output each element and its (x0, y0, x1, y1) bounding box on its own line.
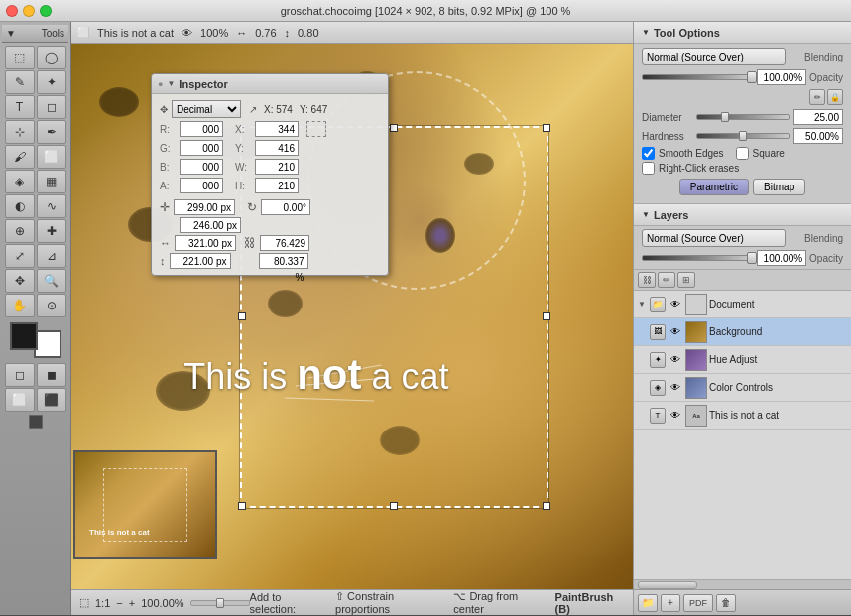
hardness-value[interactable]: 50.00% (793, 128, 843, 144)
inspector-close-btn[interactable]: ● (158, 79, 163, 89)
tool-pencil[interactable]: ✒ (37, 120, 66, 144)
layers-toolbar: ⛓ ✏ ⊞ (634, 269, 851, 291)
tool-row-7: ◐ ∿ (2, 194, 68, 218)
bitmap-btn[interactable]: Bitmap (753, 179, 805, 195)
background-color-swatch[interactable] (34, 330, 61, 358)
tool-dodge[interactable]: ◐ (5, 194, 35, 218)
brush-type-row: Parametric Bitmap (642, 179, 843, 195)
opacity-value[interactable]: 100.00% (757, 69, 806, 85)
handle-br[interactable] (543, 502, 550, 510)
hardness-slider[interactable] (696, 133, 790, 139)
inspector-triangle: ▼ (167, 79, 175, 88)
right-click-erases-check[interactable] (642, 162, 655, 175)
channel-lock[interactable]: 🔒 (827, 89, 843, 105)
scrollbar-thumb[interactable] (638, 581, 697, 589)
handle-bl[interactable] (238, 502, 246, 510)
tool-options-title: Tool Options (654, 27, 720, 39)
opacity-slider[interactable] (642, 74, 753, 80)
tool-quick-mask[interactable]: ◼ (37, 363, 66, 387)
window-title: groschat.chocoimg [1024 × 902, 8 bits, 0… (281, 5, 571, 17)
layers-opacity-slider[interactable] (642, 255, 753, 261)
canvas-status-bar: ⬚ 1:1 − + 100.00% Add to selection: ⇧ Co… (71, 589, 633, 615)
tool-eyedropper[interactable]: ✥ (5, 269, 35, 293)
handle-mr[interactable] (543, 312, 550, 320)
smooth-edges-check[interactable] (642, 147, 655, 160)
canvas-image[interactable]: This is not a cat ● ▼ Inspector ✥ (71, 44, 633, 589)
layer-vis-hue[interactable]: 👁 (668, 352, 683, 368)
transform-pos-row: ✛ 299.00 px ↻ 0.00° (160, 199, 380, 215)
layer-add-group-btn[interactable]: 📁 (638, 594, 658, 612)
tool-shape[interactable]: ◻ (37, 95, 66, 119)
tool-heal[interactable]: ✚ (37, 219, 66, 243)
layer-item-hue[interactable]: ✦ 👁 Hue Adjust (634, 346, 851, 374)
layer-item-background[interactable]: 🖼 👁 Background (634, 318, 851, 346)
layer-vis-bg[interactable]: 👁 (668, 324, 683, 340)
opacity-slider-container (642, 70, 753, 84)
diameter-thumb (721, 112, 729, 122)
tool-hand[interactable]: ✋ (5, 294, 35, 317)
tool-marquee-rect[interactable]: ⬚ (5, 46, 35, 69)
opacity-row: 100.00% Opacity (642, 69, 843, 85)
tool-measure[interactable]: ⊿ (37, 244, 66, 268)
handle-tr[interactable] (543, 124, 550, 132)
foreground-color-swatch[interactable] (10, 322, 38, 350)
blend-mode-select[interactable]: Normal (Source Over) (642, 48, 786, 65)
rotation: 0.00° (261, 199, 310, 215)
tool-eraser[interactable]: ⬜ (37, 145, 66, 169)
parametric-btn[interactable]: Parametric (679, 179, 749, 195)
diameter-slider[interactable] (696, 114, 790, 120)
layer-vis-text[interactable]: 👁 (668, 408, 683, 424)
tool-view-1[interactable]: ⬜ (5, 388, 35, 412)
tool-smudge[interactable]: ∿ (37, 194, 66, 218)
layers-opacity-value[interactable]: 100.00% (757, 250, 806, 266)
opacity-label: Opacity (809, 72, 843, 83)
layer-chain-icon[interactable]: ⛓ (638, 272, 656, 288)
tool-fill[interactable]: ◈ (5, 170, 35, 193)
layer-item-document[interactable]: ▼ 📁 👁 Document (634, 291, 851, 318)
handle-bm[interactable] (390, 502, 398, 510)
layer-merge-icon[interactable]: ⊞ (677, 272, 695, 288)
tool-view-2[interactable]: ⬛ (37, 388, 66, 412)
minimize-button[interactable] (23, 5, 35, 17)
tool-lasso[interactable]: ✎ (5, 70, 35, 94)
diameter-value[interactable]: 25.00 (793, 109, 843, 125)
tool-extra[interactable]: ⊙ (37, 294, 66, 317)
tool-brush[interactable]: 🖌 (5, 145, 35, 169)
tool-gradient[interactable]: ▦ (37, 170, 66, 193)
zoom-slider[interactable] (190, 600, 250, 606)
tool-row-4: ⊹ ✒ (2, 120, 68, 144)
layer-item-text[interactable]: T 👁 Aa This is not a cat (634, 402, 851, 430)
tool-row-6: ◈ ▦ (2, 170, 68, 193)
inspector-mode-select[interactable]: Decimal (172, 100, 241, 118)
layers-blend-select[interactable]: Normal (Source Over) (642, 229, 786, 247)
zoom-increase[interactable]: + (129, 597, 135, 609)
tool-marquee-ellipse[interactable]: ◯ (37, 46, 66, 69)
layer-item-color[interactable]: ◈ 👁 Color Controls (634, 374, 851, 402)
tool-clone[interactable]: ⊕ (5, 219, 35, 243)
close-button[interactable] (6, 5, 18, 17)
layer-add-btn[interactable]: + (661, 594, 680, 612)
tool-crop[interactable]: ⊹ (5, 120, 35, 144)
layer-type-text: T (650, 408, 666, 424)
layer-vis-color[interactable]: 👁 (668, 380, 683, 396)
tool-transform[interactable]: ⤢ (5, 244, 35, 268)
tool-wand[interactable]: ✦ (37, 70, 66, 94)
square-check[interactable] (736, 147, 749, 160)
tool-text[interactable]: T (5, 95, 35, 119)
channel-write[interactable]: ✏ (809, 89, 825, 105)
inspector-values: R:000 G:000 B:000 A:000 X:344 Y:416 W:21… (160, 121, 380, 196)
tool-normal-mode[interactable]: ◻ (5, 363, 35, 387)
canvas-arrow-v: ↕ (285, 27, 291, 39)
layer-edit-icon[interactable]: ✏ (658, 272, 675, 288)
layer-pdf-btn[interactable]: PDF (683, 594, 713, 612)
canvas-coord-x: 0.76 (255, 27, 276, 39)
traffic-lights[interactable] (6, 5, 52, 17)
layer-delete-btn[interactable]: 🗑 (716, 594, 736, 612)
tool-zoom[interactable]: 🔍 (37, 269, 66, 293)
horizontal-scrollbar[interactable] (634, 579, 851, 589)
maximize-button[interactable] (40, 5, 52, 17)
handle-ml[interactable] (238, 312, 246, 320)
layer-vis-document[interactable]: 👁 (668, 297, 683, 312)
eye-icon: 👁 (182, 27, 192, 39)
zoom-decrease[interactable]: − (116, 597, 122, 609)
